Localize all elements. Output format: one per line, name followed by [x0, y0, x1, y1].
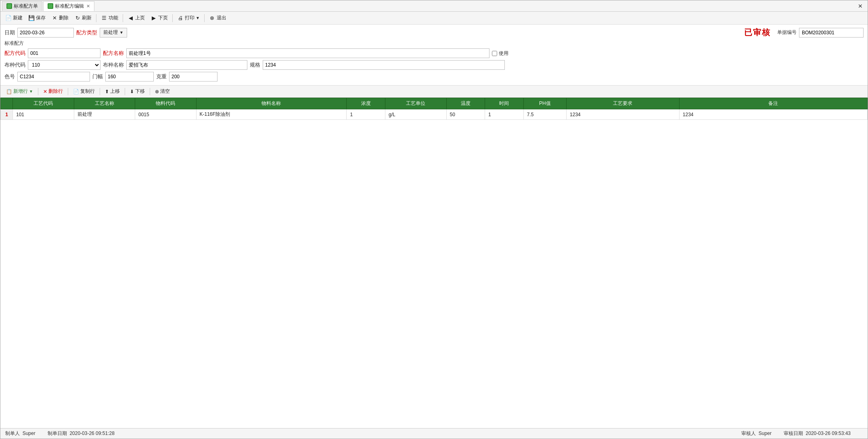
formula-code-input[interactable]: [28, 48, 100, 58]
doc-number-input[interactable]: [799, 28, 864, 38]
prev-button[interactable]: ◀ 上页: [125, 14, 147, 22]
col-header-requirements: 工艺要求: [567, 98, 680, 109]
col-header-process-name: 工艺名称: [74, 98, 135, 109]
weight-label: 克重: [156, 73, 167, 80]
type-value: 前处理: [103, 29, 118, 36]
grid-sep-5: [150, 88, 150, 95]
move-down-button[interactable]: ⬇ 下移: [128, 87, 147, 96]
use-label: 使用: [499, 50, 508, 57]
col-header-remarks: 备注: [679, 98, 867, 109]
refresh-button[interactable]: ↻ 刷新: [72, 14, 94, 22]
date-input[interactable]: [17, 28, 74, 38]
tab-formula-list[interactable]: 标准配方单: [2, 1, 42, 11]
type-dropdown-arrow: ▼: [119, 30, 123, 35]
delete-icon: ✕: [51, 15, 58, 21]
fabric-code-label: 布种代码: [4, 61, 25, 69]
next-icon: ▶: [151, 15, 157, 21]
new-button[interactable]: 📄 新建: [3, 14, 25, 22]
section-title: 标准配方: [4, 40, 864, 47]
refresh-icon: ↻: [74, 15, 81, 21]
clear-icon: ⊗: [155, 89, 159, 94]
move-up-button[interactable]: ⬆ 上移: [102, 87, 122, 96]
grid-sep-1: [38, 88, 38, 95]
col-header-process-code: 工艺代码: [13, 98, 74, 109]
formula-name-label: 配方名称: [103, 50, 124, 57]
window-close-btn[interactable]: ✕: [855, 2, 866, 10]
type-dropdown[interactable]: 前处理 ▼: [100, 28, 127, 38]
next-button[interactable]: ▶ 下页: [148, 14, 170, 22]
clear-button[interactable]: ⊗ 清空: [153, 87, 172, 96]
weight-input[interactable]: [169, 72, 218, 82]
reviewer-value: Super: [759, 431, 772, 436]
tab-label-edit: 标准配方编辑: [55, 3, 84, 10]
spec-input[interactable]: [263, 60, 505, 70]
tab-formula-edit[interactable]: 标准配方编辑 ✕: [43, 1, 94, 11]
fabric-name-label: 布种名称: [103, 61, 124, 69]
data-table-container: 工艺代码 工艺名称 物料代码 物料名称 浓度 工艺单位 温度 时间 PH值 工艺…: [0, 98, 868, 428]
color-input[interactable]: [17, 72, 90, 82]
move-down-icon: ⬇: [130, 89, 134, 94]
save-button[interactable]: 💾 保存: [26, 14, 48, 22]
cell-time[interactable]: 1: [485, 109, 524, 120]
cell-process-code[interactable]: 101: [13, 109, 74, 120]
cell-process-unit[interactable]: g/L: [385, 109, 447, 120]
delete-button[interactable]: ✕ 删除: [49, 14, 71, 22]
table-row[interactable]: 1 101 前处理 0015 K-116F除油剂 1 g/L 50 1 7.5 …: [1, 109, 868, 120]
tab-icon-edit: [48, 3, 53, 9]
date-label: 日期: [4, 29, 15, 36]
add-row-arrow: ▼: [29, 89, 33, 94]
del-row-icon: ✕: [43, 89, 47, 94]
new-icon: 📄: [5, 15, 12, 21]
create-date-label: 制单日期 2020-03-26 09:51:28: [48, 430, 115, 437]
del-row-button[interactable]: ✕ 删除行: [41, 87, 65, 96]
grid-sep-3: [100, 88, 100, 95]
doc-number-label: 单据编号: [777, 29, 797, 36]
fabric-code-select[interactable]: 110: [28, 60, 100, 70]
color-label: 色号: [4, 73, 15, 80]
col-header-temperature: 温度: [446, 98, 485, 109]
row-number: 1: [1, 109, 13, 120]
col-header-ph: PH值: [523, 98, 566, 109]
col-header-time: 时间: [485, 98, 524, 109]
cell-temperature[interactable]: 50: [446, 109, 485, 120]
toolbar-separator-1: [96, 14, 96, 22]
status-bar: 制单人 Super 制单日期 2020-03-26 09:51:28 审核人 S…: [0, 428, 868, 439]
spec-label: 规格: [250, 61, 260, 69]
function-button[interactable]: ☰ 功能: [98, 14, 121, 22]
cell-material-code[interactable]: 0015: [135, 109, 197, 120]
grid-sep-2: [68, 88, 68, 95]
col-header-material-name: 物料名称: [196, 98, 347, 109]
cell-remarks[interactable]: 1234: [679, 109, 867, 120]
formula-name-input[interactable]: [126, 48, 489, 58]
add-row-button[interactable]: 📋 新增行 ▼: [4, 87, 36, 96]
toolbar-separator-2: [123, 14, 123, 22]
creator-value: Super: [23, 431, 36, 436]
cell-process-name[interactable]: 前处理: [74, 109, 135, 120]
cell-requirements[interactable]: 1234: [567, 109, 680, 120]
col-header-concentration: 浓度: [347, 98, 385, 109]
function-icon: ☰: [101, 15, 107, 21]
use-checkbox[interactable]: [492, 51, 497, 56]
review-date-value: 2020-03-26 09:53:43: [806, 431, 851, 436]
save-icon: 💾: [28, 15, 35, 21]
tab-close-btn[interactable]: ✕: [86, 4, 90, 9]
exit-icon: ⊗: [209, 15, 215, 21]
cell-material-name[interactable]: K-116F除油剂: [196, 109, 347, 120]
cell-ph[interactable]: 7.5: [523, 109, 566, 120]
width-input[interactable]: [105, 72, 154, 82]
exit-button[interactable]: ⊗ 退出: [207, 14, 229, 22]
col-header-rownum: [1, 98, 13, 109]
prev-icon: ◀: [128, 15, 134, 21]
create-date-value: 2020-03-26 09:51:28: [69, 431, 114, 436]
fabric-name-input[interactable]: [126, 60, 247, 70]
cell-concentration[interactable]: 1: [347, 109, 385, 120]
copy-row-button[interactable]: 📄 复制行: [71, 87, 97, 96]
tab-icon-list: [6, 3, 12, 9]
status-approved: 已审核: [744, 27, 771, 38]
copy-row-icon: 📄: [73, 89, 79, 94]
print-icon: 🖨: [177, 15, 184, 21]
print-button[interactable]: 🖨 打印 ▼: [175, 14, 202, 22]
use-checkbox-label[interactable]: 使用: [492, 50, 508, 57]
col-header-process-unit: 工艺单位: [385, 98, 447, 109]
grid-sep-4: [125, 88, 125, 95]
